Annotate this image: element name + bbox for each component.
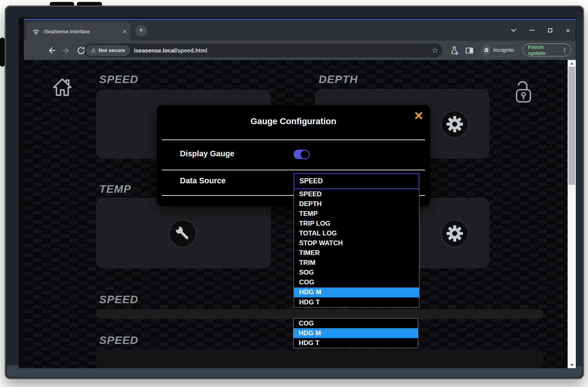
device-screen: iSeaSense Interface × + × — [19, 18, 576, 368]
maximize-button[interactable] — [548, 28, 552, 33]
experiments-flask-icon[interactable] — [450, 46, 459, 55]
device-side-button — [0, 38, 5, 67]
data-source-dropdown-list: SPEED DEPTH TEMP TRIP LOG TOTAL LOG STOP… — [294, 189, 419, 307]
tab-search-chevron-icon[interactable] — [511, 29, 516, 32]
scroll-up-button[interactable] — [568, 60, 576, 67]
right-middle-gear-button[interactable] — [442, 221, 468, 246]
dialog-close-icon[interactable] — [414, 111, 423, 120]
device-bezel: iSeaSense Interface × + × — [5, 5, 584, 379]
minimize-button[interactable] — [530, 30, 535, 31]
toggle-knob — [300, 150, 310, 159]
browser-window: iSeaSense Interface × + × — [24, 19, 576, 367]
dropdown-option[interactable]: SOG — [294, 268, 419, 278]
gauge-label-speed-2: SPEED — [99, 293, 138, 306]
dialog-title: Gauge Configuration — [157, 116, 430, 127]
display-gauge-toggle[interactable] — [294, 150, 309, 159]
scroll-down-button[interactable] — [568, 362, 576, 368]
vertical-scrollbar — [568, 60, 576, 368]
gauge-label-depth: DEPTH — [319, 73, 358, 86]
forward-button[interactable] — [62, 46, 71, 55]
dropdown-option[interactable]: COG — [294, 318, 418, 328]
display-gauge-label: Display Gauge — [180, 149, 234, 158]
browser-toolbar: ⚠ Not secure iseasense.local/speed.html … — [24, 41, 576, 60]
gauge-label-speed-3: SPEED — [99, 334, 138, 347]
device-frame: iSeaSense Interface × + × — [0, 0, 588, 387]
url-path: /speed.html — [176, 47, 207, 54]
secondary-dropdown-list: COG HDG M HDG T — [293, 318, 418, 348]
side-panel-icon[interactable] — [466, 47, 473, 53]
dropdown-option[interactable]: TOTAL LOG — [294, 228, 419, 238]
bookmark-star-icon[interactable]: ☆ — [432, 46, 438, 55]
url-text: iseasense.local/speed.html — [134, 47, 207, 54]
dropdown-option-highlighted[interactable]: HDG M — [294, 328, 418, 338]
gear-icon — [446, 115, 464, 133]
lock-icon[interactable] — [512, 78, 534, 105]
dropdown-option[interactable]: TEMP — [294, 209, 419, 219]
tab-title: iSeaSense Interface — [44, 29, 119, 34]
tab-close-icon[interactable]: × — [123, 28, 127, 35]
page-corner-block — [562, 357, 568, 367]
dialog-divider — [162, 139, 425, 140]
page-content: SPEED DEPTH — [24, 60, 568, 368]
dropdown-option[interactable]: HDG T — [294, 338, 418, 348]
dropdown-option[interactable]: SPEED — [294, 189, 419, 199]
dropdown-option[interactable]: COG — [294, 278, 419, 288]
gauge-panel-speed-2 — [96, 309, 543, 319]
gauge-label-temp: TEMP — [99, 183, 131, 195]
tab-strip: iSeaSense Interface × + × — [24, 20, 576, 41]
scrollbar-thumb[interactable] — [568, 67, 575, 185]
url-host: iseasense.local — [134, 47, 176, 54]
wrench-icon — [174, 224, 192, 242]
home-icon[interactable] — [51, 77, 73, 97]
incognito-label: Incognito — [493, 47, 514, 53]
new-tab-button[interactable]: + — [135, 25, 147, 36]
dropdown-option-highlighted[interactable]: HDG M — [294, 288, 419, 297]
dropdown-option[interactable]: TRIP LOG — [294, 219, 419, 228]
dropdown-option[interactable]: HDG T — [294, 297, 419, 307]
window-close-button[interactable]: × — [566, 26, 570, 34]
dropdown-option[interactable]: TRIM — [294, 258, 419, 268]
gauge-label-speed-1: SPEED — [99, 73, 138, 86]
address-bar[interactable]: ⚠ Not secure iseasense.local/speed.html … — [84, 43, 442, 57]
temp-wrench-button[interactable] — [170, 221, 196, 246]
finish-update-button[interactable]: Finish update ⋮ — [523, 43, 571, 56]
incognito-badge: Incognito — [480, 43, 518, 56]
back-button[interactable] — [47, 46, 56, 55]
depth-gear-button[interactable] — [442, 111, 468, 137]
incognito-icon — [483, 45, 490, 55]
data-source-label: Data Source — [180, 176, 226, 185]
dropdown-option[interactable]: STOP WATCH — [294, 238, 419, 248]
data-source-select[interactable]: SPEED — [294, 173, 419, 189]
dropdown-option[interactable]: TIMER — [294, 248, 419, 258]
security-chip-label: Not secure — [99, 47, 125, 53]
gauge-panel-speed-3 — [96, 350, 543, 368]
security-chip[interactable]: ⚠ Not secure — [86, 45, 130, 56]
wifi-favicon-icon — [32, 28, 40, 36]
browser-tab[interactable]: iSeaSense Interface × — [27, 22, 131, 41]
finish-update-label: Finish update — [528, 44, 559, 56]
browser-menu-icon[interactable]: ⋮ — [562, 47, 568, 54]
gauge-panel-temp — [96, 198, 271, 268]
warning-icon: ⚠ — [91, 47, 96, 54]
dialog-divider — [162, 170, 425, 170]
dropdown-option[interactable]: DEPTH — [294, 199, 419, 209]
gear-icon — [446, 224, 464, 242]
